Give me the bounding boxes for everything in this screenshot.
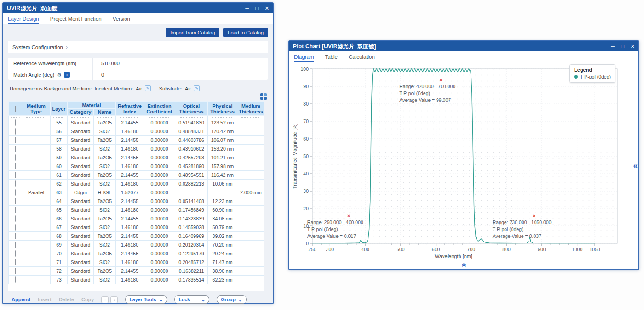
edit-incident-medium-icon[interactable]: ✎ xyxy=(145,85,151,91)
move-up-icon[interactable]: ↑ xyxy=(101,296,109,303)
cell-extinction-coefficient[interactable]: 0.00000 xyxy=(144,188,175,197)
cell-category[interactable]: Standard xyxy=(68,145,94,153)
cell-layer[interactable]: 61 xyxy=(51,171,68,180)
cell-optical-thickness[interactable]: 0.42557293 xyxy=(175,153,208,162)
cell-layer[interactable]: 55 xyxy=(51,118,68,127)
row-checkbox[interactable] xyxy=(15,259,16,265)
cell-medium-type[interactable] xyxy=(22,180,51,188)
cell-name[interactable]: SiO2 xyxy=(94,258,116,267)
cell-medium-thickness[interactable] xyxy=(237,136,264,145)
cell-refractive-index[interactable]: 2.14455 xyxy=(116,136,144,145)
cell-medium-thickness[interactable] xyxy=(237,214,264,223)
row-checkbox[interactable] xyxy=(15,224,16,231)
cell-physical-thickness[interactable]: 10.06 nm xyxy=(208,180,237,188)
cell-category[interactable]: Standard xyxy=(68,258,94,267)
import-from-catalog-button[interactable]: Import from Catalog xyxy=(166,28,219,37)
collapse-panel-up-icon[interactable]: « xyxy=(460,263,468,267)
row-checkbox[interactable] xyxy=(15,119,16,126)
cell-optical-thickness[interactable]: 0.48848331 xyxy=(175,127,208,136)
cell-category[interactable]: Standard xyxy=(68,241,94,249)
cell-optical-thickness[interactable]: 0.02882213 xyxy=(175,180,208,188)
cell-layer[interactable]: 71 xyxy=(51,258,68,267)
cell-refractive-index[interactable]: 2.14455 xyxy=(116,249,144,258)
cell-name[interactable]: Ta2O5 xyxy=(94,171,116,180)
remove-annotation-icon[interactable]: × xyxy=(347,213,350,219)
cell-layer[interactable]: 59 xyxy=(51,153,68,162)
cell-medium-thickness[interactable] xyxy=(237,118,264,127)
cell-name[interactable]: Ta2O5 xyxy=(94,232,116,241)
cell-category[interactable]: Standard xyxy=(68,136,94,145)
row-checkbox[interactable] xyxy=(15,242,16,248)
cell-optical-thickness[interactable]: 0.16382211 xyxy=(175,267,208,276)
tab-calculation[interactable]: Calculation xyxy=(349,51,375,62)
cell-extinction-coefficient[interactable]: 0.00000 xyxy=(144,153,175,162)
match-angle-value[interactable]: 0 xyxy=(93,72,268,78)
cell-refractive-index[interactable]: 2.14455 xyxy=(116,232,144,241)
cell-extinction-coefficient[interactable]: 0.00000 xyxy=(144,267,175,276)
cell-layer[interactable]: 72 xyxy=(51,267,68,276)
cell-physical-thickness[interactable]: 62.23 nm xyxy=(208,276,237,284)
row-checkbox[interactable] xyxy=(15,198,16,204)
cell-name[interactable]: Ta2O5 xyxy=(94,249,116,258)
cell-physical-thickness[interactable]: 157.98 nm xyxy=(208,162,237,171)
cell-physical-thickness[interactable] xyxy=(208,188,237,197)
cell-refractive-index[interactable]: 1.46180 xyxy=(116,241,144,249)
cell-layer[interactable]: 64 xyxy=(51,197,68,206)
cell-extinction-coefficient[interactable]: 0.00000 xyxy=(144,241,175,249)
cell-medium-type[interactable] xyxy=(22,197,51,206)
cell-medium-thickness[interactable] xyxy=(237,145,264,153)
cell-physical-thickness[interactable]: 123.52 nm xyxy=(208,118,237,127)
tab-project-merit-function[interactable]: Project Merit Function xyxy=(50,13,102,24)
cell-category[interactable]: Standard xyxy=(68,214,94,223)
remove-annotation-icon[interactable]: × xyxy=(533,213,535,219)
cell-physical-thickness[interactable]: 29.24 nm xyxy=(208,249,237,258)
tab-layer-design[interactable]: Layer Design xyxy=(8,13,39,24)
cell-medium-type[interactable] xyxy=(22,276,51,284)
cell-medium-type[interactable] xyxy=(22,214,51,223)
close-icon[interactable]: ✕ xyxy=(631,42,635,51)
cell-physical-thickness[interactable]: 50.79 nm xyxy=(208,223,237,232)
cell-layer[interactable]: 63 xyxy=(51,188,68,197)
maximize-icon[interactable]: □ xyxy=(255,4,259,13)
row-checkbox[interactable] xyxy=(15,233,16,239)
cell-physical-thickness[interactable]: 106.07 nm xyxy=(208,136,237,145)
cell-optical-thickness[interactable]: 0.14328839 xyxy=(175,214,208,223)
row-checkbox[interactable] xyxy=(15,137,16,143)
cell-refractive-index[interactable]: 1.46180 xyxy=(116,276,144,284)
cell-physical-thickness[interactable]: 12.23 nm xyxy=(208,197,237,206)
cell-refractive-index[interactable]: 1.46180 xyxy=(116,258,144,267)
row-checkbox[interactable] xyxy=(15,250,16,257)
cell-extinction-coefficient[interactable]: 0.00000 xyxy=(144,197,175,206)
cell-physical-thickness[interactable]: 101.21 nm xyxy=(208,153,237,162)
cell-medium-thickness[interactable] xyxy=(237,162,264,171)
cell-refractive-index[interactable]: 1.46180 xyxy=(116,223,144,232)
cell-medium-type[interactable]: Parallel xyxy=(22,188,51,197)
cell-optical-thickness[interactable]: 0.20485712 xyxy=(175,258,208,267)
cell-layer[interactable]: 65 xyxy=(51,206,68,214)
cell-extinction-coefficient[interactable]: 0.00000 xyxy=(144,171,175,180)
lock-dropdown[interactable]: Lock⌄ xyxy=(174,295,209,304)
gear-icon[interactable]: ⚙ xyxy=(57,72,62,78)
load-to-catalog-button[interactable]: Load to Catalog xyxy=(223,28,268,37)
cell-medium-thickness[interactable] xyxy=(237,232,264,241)
cell-extinction-coefficient[interactable]: 0.00000 xyxy=(144,206,175,214)
tab-table[interactable]: Table xyxy=(325,51,338,62)
cell-name[interactable]: H-K9L xyxy=(94,188,116,197)
row-checkbox[interactable] xyxy=(15,215,16,222)
cell-name[interactable]: SiO2 xyxy=(94,276,116,284)
cell-layer[interactable]: 58 xyxy=(51,145,68,153)
cell-extinction-coefficient[interactable]: 0.00000 xyxy=(144,136,175,145)
cell-category[interactable]: Standard xyxy=(68,206,94,214)
cell-medium-thickness[interactable] xyxy=(237,206,264,214)
cell-layer[interactable]: 56 xyxy=(51,127,68,136)
cell-medium-thickness[interactable] xyxy=(237,241,264,249)
cell-physical-thickness[interactable]: 153.20 nm xyxy=(208,145,237,153)
cell-medium-thickness[interactable]: 2.000 mm xyxy=(237,188,264,197)
cell-medium-thickness[interactable] xyxy=(237,276,264,284)
cell-layer[interactable]: 73 xyxy=(51,276,68,284)
move-down-icon[interactable]: ↓ xyxy=(110,296,118,303)
cell-refractive-index[interactable]: 1.46180 xyxy=(116,145,144,153)
cell-physical-thickness[interactable]: 60.90 nm xyxy=(208,206,237,214)
cell-medium-thickness[interactable] xyxy=(237,249,264,258)
collapse-panel-left-icon[interactable]: « xyxy=(633,161,638,170)
